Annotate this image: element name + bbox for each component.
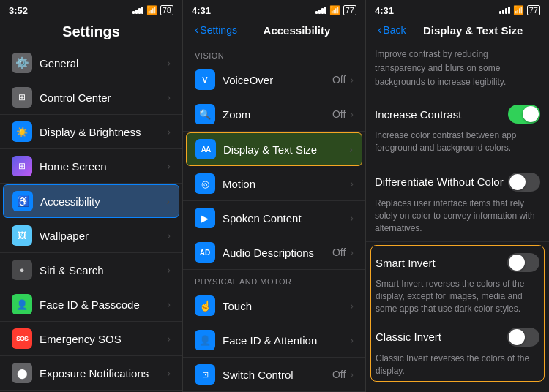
back-button-3[interactable]: ‹ Back <box>378 23 406 37</box>
wifi-icon-2: 📶 <box>329 5 340 15</box>
back-chevron-3: ‹ <box>378 23 381 37</box>
acc-item-switch[interactable]: ⊡ Switch Control Off › <box>183 358 365 392</box>
settings-item-accessibility[interactable]: ♿ Accessibility › <box>3 184 179 218</box>
accessibility-nav: ‹ Settings Accessibility <box>195 23 354 38</box>
acc-item-zoom[interactable]: 🔍 Zoom Off › <box>183 97 365 132</box>
physical-section-label: PHYSICAL AND MOTOR <box>183 270 365 289</box>
time-3: 4:31 <box>375 5 394 16</box>
battery-icon-3: 77 <box>527 5 540 15</box>
exposure-icon: ⬤ <box>12 363 32 383</box>
color-filters-row[interactable]: Color Filters Off › <box>375 389 540 392</box>
settings-item-sos[interactable]: SOS Emergency SOS › <box>0 322 182 356</box>
acc-item-voiceover[interactable]: V VoiceOver Off › <box>183 63 365 97</box>
zoom-label: Zoom <box>223 108 332 121</box>
smart-invert-toggle[interactable] <box>507 253 539 272</box>
time-2: 4:31 <box>192 5 211 16</box>
settings-item-faceid[interactable]: 👤 Face ID & Passcode › <box>0 287 182 322</box>
section-diff-color: Differentiate Without Color Replaces use… <box>366 162 549 242</box>
voiceover-label: VoiceOver <box>223 74 332 86</box>
status-icons-2: 📶 77 <box>315 5 356 15</box>
settings-item-general[interactable]: ⚙️ General › <box>0 46 182 80</box>
settings-item-wallpaper[interactable]: 🖼 Wallpaper › <box>0 219 182 253</box>
accessibility-icon: ♿ <box>12 191 33 211</box>
status-icons-3: 📶 77 <box>499 5 540 15</box>
faceid-attn-label: Face ID & Attention <box>223 334 350 347</box>
settings-item-home[interactable]: ⊞ Home Screen › <box>0 149 182 184</box>
acc-item-faceid-attn[interactable]: 👤 Face ID & Attention › <box>183 323 365 358</box>
display-intro-text: Improve contrast by reducing transparenc… <box>375 49 506 87</box>
back-chevron-2: ‹ <box>195 23 198 37</box>
home-label: Home Screen <box>40 160 167 173</box>
section-color-filters: Color Filters Off › Color filters can be… <box>366 385 549 392</box>
panel-settings: 3:52 📶 78 Settings ⚙️ General › ⊞ Contro… <box>0 0 183 392</box>
motion-icon: ◎ <box>195 173 215 194</box>
faceid-attn-icon: 👤 <box>195 330 215 350</box>
spoken-label: Spoken Content <box>223 212 350 225</box>
accessibility-title: Accessibility <box>240 24 354 37</box>
classic-invert-desc: Classic Invert reverses the colors of th… <box>376 353 539 380</box>
display-text-list: Improve contrast by reducing transparenc… <box>366 44 549 392</box>
accessibility-label: Accessibility <box>40 195 166 208</box>
classic-invert-toggle[interactable] <box>507 328 539 347</box>
settings-item-display[interactable]: ☀️ Display & Brightness › <box>0 115 182 149</box>
siri-icon: ● <box>12 260 32 280</box>
control-center-icon: ⊞ <box>12 87 32 108</box>
toggle-thumb-4 <box>509 329 525 345</box>
classic-invert-row: Classic Invert <box>376 322 539 353</box>
toggle-thumb-3 <box>509 255 525 271</box>
back-label-2: Settings <box>200 24 237 36</box>
settings-title: Settings <box>12 23 171 40</box>
voiceover-icon: V <box>195 69 215 90</box>
acc-item-touch[interactable]: ☝ Touch › <box>183 289 365 323</box>
acc-item-spoken[interactable]: ▶ Spoken Content › <box>183 201 365 235</box>
signal-icon-3 <box>499 7 510 14</box>
accessibility-list[interactable]: VISION V VoiceOver Off › 🔍 Zoom Off › AA… <box>183 44 365 392</box>
acc-item-audio-desc[interactable]: AD Audio Descriptions Off › <box>183 235 365 270</box>
zoom-icon: 🔍 <box>195 104 215 124</box>
back-button-2[interactable]: ‹ Settings <box>195 23 237 37</box>
section-increase-contrast: Increase Contrast Increase color contras… <box>366 94 549 162</box>
increase-contrast-row: Increase Contrast <box>375 99 540 129</box>
display-text-header: ‹ Back Display & Text Size <box>366 20 549 44</box>
status-icons-1: 📶 78 <box>132 5 173 15</box>
smart-invert-label: Smart Invert <box>376 257 436 269</box>
faceid-icon: 👤 <box>12 294 32 314</box>
increase-contrast-desc: Increase color contrast between app fore… <box>375 129 540 157</box>
invert-section-highlighted: Smart Invert Smart Invert reverses the c… <box>370 245 545 382</box>
switch-label: Switch Control <box>223 369 332 381</box>
accessibility-header: ‹ Settings Accessibility <box>183 20 365 44</box>
touch-icon: ☝ <box>195 295 215 316</box>
diff-color-toggle[interactable] <box>508 173 540 192</box>
signal-icon-2 <box>315 7 326 14</box>
acc-item-display-text[interactable]: AA Display & Text Size › <box>186 132 362 166</box>
settings-list[interactable]: ⚙️ General › ⊞ Control Center › ☀️ Displ… <box>0 46 182 392</box>
acc-item-motion[interactable]: ◎ Motion › <box>183 167 365 201</box>
home-icon: ⊞ <box>12 156 32 176</box>
wifi-icon: 📶 <box>146 5 157 15</box>
sos-label: Emergency SOS <box>40 333 167 345</box>
sos-icon: SOS <box>12 328 32 349</box>
settings-item-siri[interactable]: ● Siri & Search › <box>0 253 182 287</box>
settings-header: Settings <box>0 20 182 46</box>
battery-icon: 78 <box>160 5 173 15</box>
invert-divider <box>376 320 539 320</box>
wallpaper-label: Wallpaper <box>40 230 167 242</box>
motion-label: Motion <box>223 178 350 190</box>
settings-item-control-center[interactable]: ⊞ Control Center › <box>0 80 182 115</box>
wifi-icon-3: 📶 <box>513 5 524 15</box>
settings-item-exposure[interactable]: ⬤ Exposure Notifications › <box>0 356 182 391</box>
battery-icon-2: 77 <box>343 5 356 15</box>
toggle-thumb <box>523 106 539 122</box>
signal-icon <box>132 7 143 14</box>
status-bar-1: 3:52 📶 78 <box>0 0 182 20</box>
classic-invert-label: Classic Invert <box>376 331 441 343</box>
display-text-nav: ‹ Back Display & Text Size <box>378 23 537 38</box>
diff-color-label: Differentiate Without Color <box>375 176 504 188</box>
increase-contrast-toggle[interactable] <box>508 105 540 124</box>
display-label: Display & Brightness <box>40 126 167 138</box>
toggle-thumb-2 <box>509 174 526 190</box>
panel-display-text: 4:31 📶 77 ‹ Back Display & Text Size Imp… <box>366 0 549 392</box>
spoken-icon: ▶ <box>195 208 215 228</box>
panel-accessibility: 4:31 📶 77 ‹ Settings Accessibility VISIO… <box>183 0 366 392</box>
time-1: 3:52 <box>9 5 28 16</box>
